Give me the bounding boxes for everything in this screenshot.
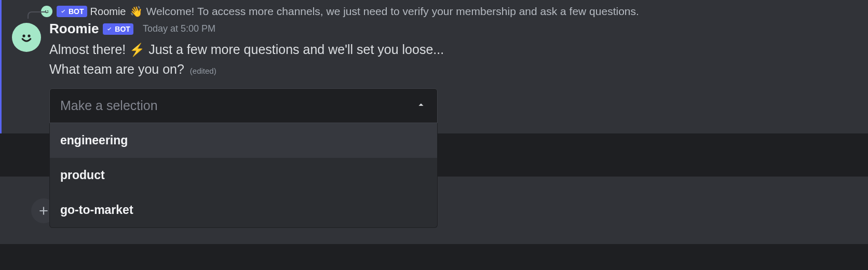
select-option-go-to-market[interactable]: go-to-market [50, 193, 437, 227]
reply-preview-text: Welcome! To access more channels, we jus… [146, 5, 639, 18]
select-option-engineering[interactable]: engineering [50, 123, 437, 158]
message-content: Roomie BOT Today at 5:00 PM Almost there… [49, 21, 858, 123]
edited-label: (edited) [190, 66, 216, 75]
timestamp: Today at 5:00 PM [143, 23, 215, 34]
plus-icon [37, 204, 50, 218]
select-menu: Make a selection engineering product go-… [49, 88, 438, 123]
bot-badge: BOT [57, 6, 87, 17]
svg-point-4 [22, 35, 25, 37]
check-icon [60, 8, 67, 15]
select-placeholder: Make a selection [60, 98, 158, 113]
message-header: Roomie BOT Today at 5:00 PM [49, 21, 858, 37]
username[interactable]: Roomie [49, 21, 99, 37]
message-body-line-2: What team are you on? (edited) [49, 60, 858, 79]
svg-point-2 [47, 10, 48, 11]
message-row: Roomie BOT Today at 5:00 PM Almost there… [12, 21, 858, 123]
svg-point-3 [18, 29, 34, 45]
message-body: Almost there! ⚡ Just a few more question… [49, 40, 858, 60]
avatar[interactable] [12, 23, 41, 52]
chevron-up-icon [415, 99, 427, 113]
reply-username: Roomie [90, 6, 126, 18]
body-line-1-pre: Almost there! [49, 42, 129, 57]
select-option-product[interactable]: product [50, 158, 437, 193]
smile-icon [18, 29, 35, 46]
bolt-emoji: ⚡ [129, 43, 145, 57]
wave-emoji: 👋 [130, 5, 143, 18]
svg-point-5 [28, 35, 30, 37]
select-trigger[interactable]: Make a selection [49, 88, 438, 123]
message-container: BOT Roomie 👋 Welcome! To access more cha… [0, 0, 868, 133]
reply-spine [28, 11, 46, 19]
select-options: engineering product go-to-market [49, 123, 438, 228]
reply-reference[interactable]: BOT Roomie 👋 Welcome! To access more cha… [41, 5, 858, 18]
body-line-2: What team are you on? [49, 62, 184, 76]
bot-badge-label: BOT [115, 25, 130, 33]
bot-badge: BOT [103, 23, 133, 35]
check-icon [106, 25, 113, 33]
bot-badge-label: BOT [69, 7, 84, 16]
body-line-1-post: Just a few more questions and we'll set … [145, 42, 444, 57]
